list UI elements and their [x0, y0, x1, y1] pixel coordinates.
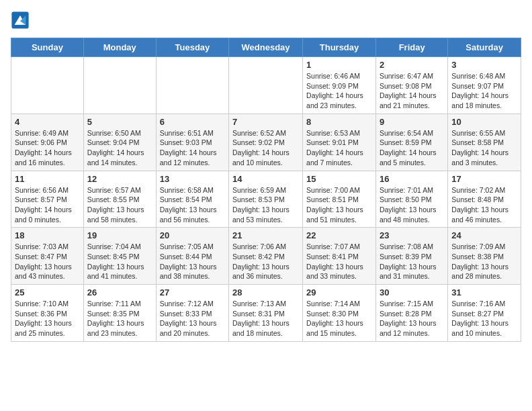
day-info: Sunrise: 6:52 AM Sunset: 9:02 PM Dayligh… — [232, 128, 299, 168]
day-info: Sunrise: 7:11 AM Sunset: 8:35 PM Dayligh… — [87, 299, 152, 338]
calendar-cell: 4Sunrise: 6:49 AM Sunset: 9:06 PM Daylig… — [11, 113, 84, 171]
calendar-cell — [156, 57, 228, 114]
day-number: 1 — [306, 60, 372, 70]
day-info: Sunrise: 6:48 AM Sunset: 9:07 PM Dayligh… — [451, 71, 517, 111]
day-number: 30 — [380, 287, 444, 298]
day-info: Sunrise: 7:05 AM Sunset: 8:44 PM Dayligh… — [160, 242, 225, 281]
day-info: Sunrise: 6:59 AM Sunset: 8:53 PM Dayligh… — [232, 185, 299, 225]
calendar-cell: 28Sunrise: 7:13 AM Sunset: 8:31 PM Dayli… — [229, 285, 303, 342]
day-number: 23 — [380, 230, 444, 240]
day-number: 15 — [306, 174, 372, 184]
day-info: Sunrise: 7:03 AM Sunset: 8:47 PM Dayligh… — [15, 242, 80, 281]
day-info: Sunrise: 7:02 AM Sunset: 8:48 PM Dayligh… — [451, 185, 517, 225]
day-number: 28 — [232, 287, 299, 298]
day-number: 6 — [160, 117, 225, 127]
day-number: 20 — [160, 230, 225, 240]
calendar-cell: 5Sunrise: 6:50 AM Sunset: 9:04 PM Daylig… — [83, 113, 156, 171]
day-number: 10 — [451, 117, 517, 127]
calendar-header: SundayMondayTuesdayWednesdayThursdayFrid… — [11, 38, 521, 57]
day-info: Sunrise: 6:49 AM Sunset: 9:06 PM Dayligh… — [15, 128, 80, 168]
day-number: 26 — [87, 287, 152, 298]
weekday-header-monday: Monday — [83, 38, 156, 57]
calendar-cell: 1Sunrise: 6:46 AM Sunset: 9:09 PM Daylig… — [303, 57, 376, 114]
calendar-cell: 24Sunrise: 7:09 AM Sunset: 8:38 PM Dayli… — [448, 228, 521, 285]
day-info: Sunrise: 6:55 AM Sunset: 8:58 PM Dayligh… — [451, 128, 517, 168]
day-number: 21 — [232, 230, 299, 240]
day-number: 3 — [451, 60, 517, 70]
logo-icon — [11, 11, 30, 30]
calendar-cell — [83, 57, 156, 114]
weekday-header-wednesday: Wednesday — [229, 38, 303, 57]
day-number: 24 — [451, 230, 517, 240]
calendar-cell: 18Sunrise: 7:03 AM Sunset: 8:47 PM Dayli… — [11, 228, 84, 285]
calendar-cell: 15Sunrise: 7:00 AM Sunset: 8:51 PM Dayli… — [303, 171, 376, 228]
calendar-cell: 29Sunrise: 7:14 AM Sunset: 8:30 PM Dayli… — [303, 285, 376, 342]
week-row-5: 25Sunrise: 7:10 AM Sunset: 8:36 PM Dayli… — [11, 285, 521, 342]
day-number: 8 — [306, 117, 372, 127]
calendar-cell: 9Sunrise: 6:54 AM Sunset: 8:59 PM Daylig… — [375, 113, 447, 171]
day-info: Sunrise: 6:47 AM Sunset: 9:08 PM Dayligh… — [380, 71, 444, 111]
calendar-body: 1Sunrise: 6:46 AM Sunset: 9:09 PM Daylig… — [11, 57, 521, 342]
day-number: 12 — [87, 174, 152, 184]
day-number: 22 — [306, 230, 372, 240]
calendar-cell: 21Sunrise: 7:06 AM Sunset: 8:42 PM Dayli… — [229, 228, 303, 285]
week-row-4: 18Sunrise: 7:03 AM Sunset: 8:47 PM Dayli… — [11, 228, 521, 285]
calendar-cell: 25Sunrise: 7:10 AM Sunset: 8:36 PM Dayli… — [11, 285, 84, 342]
calendar-cell — [11, 57, 84, 114]
calendar-cell: 6Sunrise: 6:51 AM Sunset: 9:03 PM Daylig… — [156, 113, 228, 171]
calendar-cell: 16Sunrise: 7:01 AM Sunset: 8:50 PM Dayli… — [375, 171, 447, 228]
calendar-cell: 12Sunrise: 6:57 AM Sunset: 8:55 PM Dayli… — [83, 171, 156, 228]
calendar-cell: 17Sunrise: 7:02 AM Sunset: 8:48 PM Dayli… — [448, 171, 521, 228]
calendar-cell: 8Sunrise: 6:53 AM Sunset: 9:01 PM Daylig… — [303, 113, 376, 171]
calendar-cell — [229, 57, 303, 114]
day-info: Sunrise: 7:04 AM Sunset: 8:45 PM Dayligh… — [87, 242, 152, 281]
day-info: Sunrise: 7:12 AM Sunset: 8:33 PM Dayligh… — [160, 299, 225, 338]
day-number: 17 — [451, 174, 517, 184]
day-info: Sunrise: 6:54 AM Sunset: 8:59 PM Dayligh… — [380, 128, 444, 168]
day-number: 11 — [15, 174, 80, 184]
day-info: Sunrise: 7:00 AM Sunset: 8:51 PM Dayligh… — [306, 185, 372, 225]
day-info: Sunrise: 7:15 AM Sunset: 8:28 PM Dayligh… — [380, 299, 444, 338]
day-info: Sunrise: 7:01 AM Sunset: 8:50 PM Dayligh… — [380, 185, 444, 225]
day-number: 18 — [15, 230, 80, 240]
day-info: Sunrise: 7:07 AM Sunset: 8:41 PM Dayligh… — [306, 242, 372, 281]
day-number: 25 — [15, 287, 80, 298]
day-number: 4 — [15, 117, 80, 127]
day-info: Sunrise: 7:16 AM Sunset: 8:27 PM Dayligh… — [451, 299, 517, 338]
day-number: 27 — [160, 287, 225, 298]
day-number: 2 — [380, 60, 444, 70]
day-info: Sunrise: 7:08 AM Sunset: 8:39 PM Dayligh… — [380, 242, 444, 281]
day-info: Sunrise: 7:09 AM Sunset: 8:38 PM Dayligh… — [451, 242, 517, 281]
calendar-cell: 13Sunrise: 6:58 AM Sunset: 8:54 PM Dayli… — [156, 171, 228, 228]
day-number: 16 — [380, 174, 444, 184]
day-info: Sunrise: 6:56 AM Sunset: 8:57 PM Dayligh… — [15, 185, 80, 225]
calendar-cell: 22Sunrise: 7:07 AM Sunset: 8:41 PM Dayli… — [303, 228, 376, 285]
day-info: Sunrise: 6:50 AM Sunset: 9:04 PM Dayligh… — [87, 128, 152, 168]
calendar-table: SundayMondayTuesdayWednesdayThursdayFrid… — [11, 38, 521, 342]
calendar-cell: 2Sunrise: 6:47 AM Sunset: 9:08 PM Daylig… — [375, 57, 447, 114]
calendar-cell: 27Sunrise: 7:12 AM Sunset: 8:33 PM Dayli… — [156, 285, 228, 342]
day-info: Sunrise: 6:46 AM Sunset: 9:09 PM Dayligh… — [306, 71, 372, 111]
day-number: 31 — [451, 287, 517, 298]
calendar-cell: 20Sunrise: 7:05 AM Sunset: 8:44 PM Dayli… — [156, 228, 228, 285]
header — [11, 11, 521, 30]
calendar-cell: 7Sunrise: 6:52 AM Sunset: 9:02 PM Daylig… — [229, 113, 303, 171]
day-number: 29 — [306, 287, 372, 298]
weekday-header-thursday: Thursday — [303, 38, 376, 57]
week-row-3: 11Sunrise: 6:56 AM Sunset: 8:57 PM Dayli… — [11, 171, 521, 228]
day-number: 19 — [87, 230, 152, 240]
day-info: Sunrise: 6:51 AM Sunset: 9:03 PM Dayligh… — [160, 128, 225, 168]
day-number: 14 — [232, 174, 299, 184]
day-info: Sunrise: 7:14 AM Sunset: 8:30 PM Dayligh… — [306, 299, 372, 338]
calendar-cell: 14Sunrise: 6:59 AM Sunset: 8:53 PM Dayli… — [229, 171, 303, 228]
day-info: Sunrise: 6:53 AM Sunset: 9:01 PM Dayligh… — [306, 128, 372, 168]
weekday-header-friday: Friday — [375, 38, 447, 57]
calendar-cell: 31Sunrise: 7:16 AM Sunset: 8:27 PM Dayli… — [448, 285, 521, 342]
day-number: 9 — [380, 117, 444, 127]
weekday-header-sunday: Sunday — [11, 38, 84, 57]
calendar-cell: 3Sunrise: 6:48 AM Sunset: 9:07 PM Daylig… — [448, 57, 521, 114]
logo — [11, 11, 32, 30]
calendar-cell: 26Sunrise: 7:11 AM Sunset: 8:35 PM Dayli… — [83, 285, 156, 342]
day-info: Sunrise: 6:57 AM Sunset: 8:55 PM Dayligh… — [87, 185, 152, 225]
day-number: 7 — [232, 117, 299, 127]
